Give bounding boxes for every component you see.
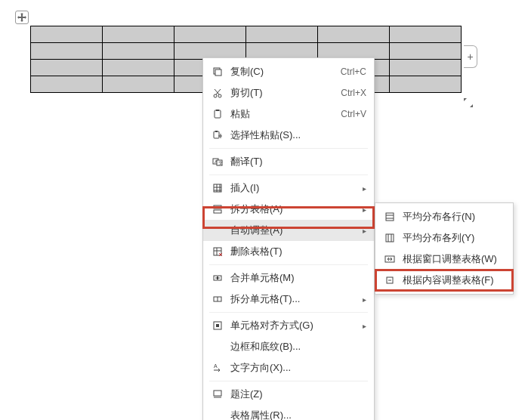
submenu-distribute-rows[interactable]: 平均分布各行(N) [375,206,513,227]
plus-icon: + [467,51,473,63]
chevron-right-icon: ▸ [363,322,366,330]
menu-delete-table[interactable]: 删除表格(T) [203,241,374,262]
menu-split-cells[interactable]: 拆分单元格(T)... ▸ [203,289,374,310]
menu-shortcut: Ctrl+V [341,109,366,119]
menu-copy[interactable]: 复制(C) Ctrl+C [203,61,374,82]
menu-paste-special[interactable]: 选择性粘贴(S)... [203,125,374,146]
menu-table-properties[interactable]: 表格属性(R)... [203,405,374,420]
menu-cell-align[interactable]: 单元格对齐方式(G) ▸ [203,315,374,336]
menu-label: 拆分表格(A) [226,202,363,216]
svg-rect-14 [214,210,221,213]
table-cell[interactable] [31,76,103,93]
table-cell[interactable] [390,43,462,60]
menu-label: 自动调整(A) [226,224,363,237]
table-cell[interactable] [174,26,246,43]
menu-separator [209,381,368,381]
caption-icon [209,389,226,400]
svg-rect-22 [386,213,394,221]
menu-label: 选择性粘贴(S)... [226,128,366,142]
menu-label: 插入(I) [226,181,363,195]
distribute-cols-icon [381,233,398,243]
menu-split-table[interactable]: 拆分表格(A) ▸ [203,199,374,220]
merge-cells-icon [209,273,226,283]
table-cell[interactable] [390,26,462,43]
menu-label: 复制(C) [226,65,341,79]
cut-icon [209,88,226,98]
translate-icon: A文 [209,156,226,167]
paste-special-icon [209,130,226,141]
svg-text:A: A [214,363,218,369]
table-cell[interactable] [318,26,390,43]
chevron-right-icon: ▸ [363,184,366,193]
fit-window-icon [381,254,398,264]
menu-cut[interactable]: 剪切(T) Ctrl+X [203,82,374,103]
submenu-fit-content[interactable]: 根据内容调整表格(F) [375,270,513,291]
table-cell[interactable] [103,26,174,43]
svg-point-3 [218,94,221,97]
menu-label: 表格属性(R)... [226,409,366,420]
menu-separator [209,174,368,175]
cell-align-icon [209,320,226,331]
table-cell[interactable] [246,26,318,43]
menu-translate[interactable]: A文 翻译(T) [203,151,374,172]
svg-rect-19 [216,324,219,327]
table-move-handle[interactable] [15,11,29,24]
chevron-right-icon: ▸ [363,295,366,304]
menu-separator [209,148,368,149]
menu-separator [209,264,368,265]
menu-label: 单元格对齐方式(G) [226,319,363,332]
svg-rect-5 [216,110,219,111]
menu-label: 删除表格(T) [226,245,366,258]
text-direction-icon: A [209,363,226,373]
menu-label: 粘贴 [226,107,341,121]
fit-content-icon [381,275,398,286]
menu-insert[interactable]: 插入(I) ▸ [203,178,374,199]
svg-rect-21 [214,391,221,396]
delete-table-icon [209,246,226,257]
menu-paste[interactable]: 粘贴 Ctrl+V [203,103,374,125]
menu-merge-cells[interactable]: 合并单元格(M) [203,267,374,289]
table-cell[interactable] [103,43,174,60]
split-table-icon [209,204,226,215]
menu-label: 根据内容调整表格(F) [398,273,505,287]
menu-shortcut: Ctrl+X [341,88,366,98]
menu-label: 题注(Z) [226,388,366,401]
svg-rect-23 [386,234,394,242]
svg-rect-13 [214,205,221,208]
menu-text-direction[interactable]: A 文字方向(X)... [203,357,374,378]
table-cell[interactable] [31,26,103,43]
menu-autofit[interactable]: 自动调整(A) ▸ [203,220,374,241]
menu-label: 文字方向(X)... [226,361,366,375]
svg-rect-4 [215,110,221,118]
table-cell[interactable] [390,60,462,76]
table-cell[interactable] [103,76,174,93]
resize-icon [464,98,473,107]
table-cell[interactable] [31,60,103,76]
insert-icon [209,183,226,193]
menu-separator [209,312,368,313]
menu-shortcut: Ctrl+C [341,66,366,77]
menu-label: 边框和底纹(B)... [226,340,366,354]
menu-label: 剪切(T) [226,86,341,100]
svg-rect-16 [214,276,221,280]
menu-label: 翻译(T) [226,155,366,168]
table-cell[interactable] [31,43,103,60]
chevron-right-icon: ▸ [363,205,366,214]
menu-borders-shading[interactable]: 边框和底纹(B)... [203,336,374,357]
chevron-right-icon: ▸ [363,227,366,235]
table-cell[interactable] [103,60,174,76]
menu-caption[interactable]: 题注(Z) [203,384,374,405]
svg-rect-1 [215,69,221,76]
split-cells-icon [209,294,226,304]
menu-label: 拆分单元格(T)... [226,292,363,306]
menu-label: 平均分布各列(Y) [398,231,505,245]
add-column-button[interactable]: + [464,45,477,68]
table-cell[interactable] [390,76,462,93]
submenu-distribute-cols[interactable]: 平均分布各列(Y) [375,227,513,249]
distribute-rows-icon [381,212,398,222]
context-menu: 复制(C) Ctrl+C 剪切(T) Ctrl+X 粘贴 Ctrl+V 选择性粘… [202,57,375,420]
submenu-fit-window[interactable]: 根据窗口调整表格(W) [375,249,513,270]
autofit-submenu: 平均分布各行(N) 平均分布各列(Y) 根据窗口调整表格(W) 根据内容调整表格… [375,202,514,295]
move-icon [17,13,26,22]
table-resize-handle[interactable] [462,97,474,109]
